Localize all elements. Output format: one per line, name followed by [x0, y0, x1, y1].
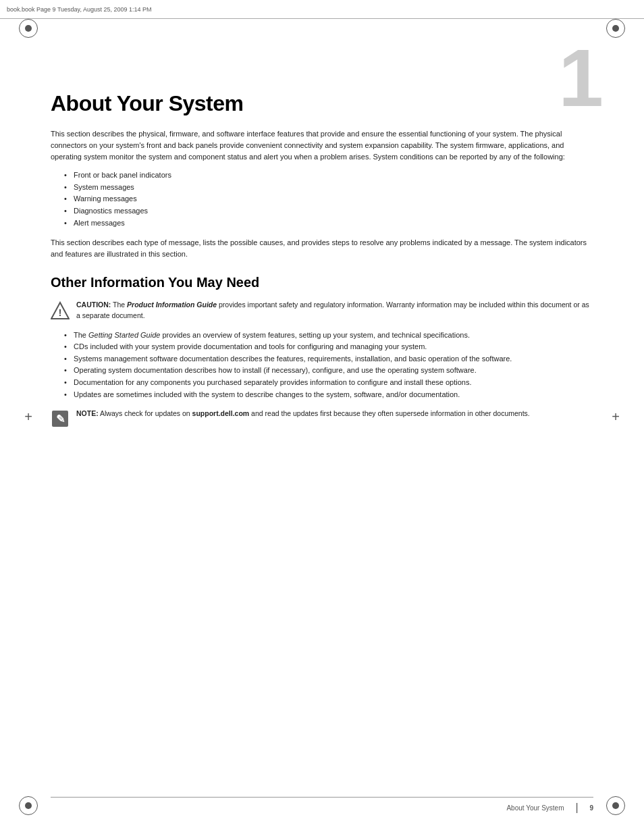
list-item: Updates are sometimes included with the … [64, 389, 593, 401]
footer-page-number: 9 [589, 804, 593, 812]
crosshair-middle-left [19, 408, 38, 427]
footer-separator: | [570, 802, 585, 814]
note-text-after: and read the updates first because they … [249, 409, 530, 417]
note-text: NOTE: Always check for updates on suppor… [76, 409, 530, 419]
caution-label: CAUTION: [76, 301, 111, 309]
note-text-before: Always check for updates on [100, 409, 192, 417]
reg-mark-bottom-right [606, 796, 625, 815]
intro-paragraph: This section describes the physical, fir… [51, 128, 593, 163]
caution-box: ! CAUTION: The Product Information Guide… [51, 300, 593, 321]
footer: About Your System | 9 [51, 797, 593, 814]
list-item: Diagnostics messages [64, 205, 593, 217]
list-item: CDs included with your system provide do… [64, 341, 593, 353]
list-item: Documentation for any components you pur… [64, 377, 593, 389]
page-title: About Your System [51, 91, 593, 116]
reg-mark-bottom-left [19, 796, 38, 815]
note-label: NOTE: [76, 409, 99, 417]
section2-heading: Other Information You May Need [51, 275, 593, 290]
bullet-list-info: The Getting Started Guide provides an ov… [64, 330, 593, 401]
list-item: Operating system documentation describes… [64, 365, 593, 377]
reg-mark-top-left [19, 19, 38, 38]
main-content: About Your System This section describes… [51, 37, 593, 793]
list-item: System messages [64, 182, 593, 194]
caution-icon: ! [51, 301, 70, 320]
header-bar: book.book Page 9 Tuesday, August 25, 200… [0, 0, 644, 19]
getting-started-guide-italic: Getting Started Guide [88, 331, 160, 339]
after-bullets-text: This section describes each type of mess… [51, 237, 593, 260]
note-url: support.dell.com [192, 409, 250, 417]
note-icon: ✎ [51, 409, 70, 428]
svg-text:!: ! [59, 307, 62, 318]
list-item: Front or back panel indicators [64, 170, 593, 182]
header-text: book.book Page 9 Tuesday, August 25, 200… [7, 6, 152, 13]
footer-section-label: About Your System [506, 804, 564, 812]
bullet-list-intro: Front or back panel indicators System me… [64, 170, 593, 229]
caution-italic: Product Information Guide [127, 301, 217, 309]
reg-mark-top-right [606, 19, 625, 38]
caution-text-before: The [113, 301, 127, 309]
page: book.book Page 9 Tuesday, August 25, 200… [0, 0, 644, 834]
note-box: ✎ NOTE: Always check for updates on supp… [51, 409, 593, 428]
caution-text: CAUTION: The Product Information Guide p… [76, 300, 593, 321]
list-item: Systems management software documentatio… [64, 353, 593, 365]
crosshair-middle-right [606, 408, 625, 427]
list-item: Warning messages [64, 193, 593, 205]
svg-text:✎: ✎ [56, 413, 65, 425]
list-item: The Getting Started Guide provides an ov… [64, 330, 593, 342]
list-item: Alert messages [64, 217, 593, 230]
